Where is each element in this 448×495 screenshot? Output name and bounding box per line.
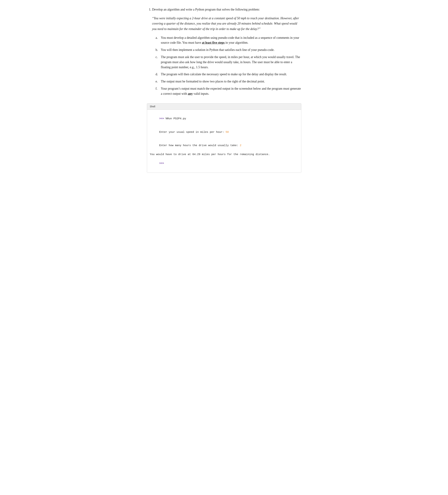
sub-label-b: b. [156, 47, 161, 53]
shell-tab-label: Shell [150, 105, 155, 108]
shell-output: >>> %Run PS2P4.py Enter your usual speed… [147, 110, 301, 173]
shell-output-line-1: Enter your usual speed in miles per hour… [150, 125, 298, 139]
shell-output-line-2: Enter how many hours the drive would usu… [150, 139, 298, 152]
intro-text: Develop an algorithm and write a Python … [152, 8, 260, 11]
sub-f-underline: any [188, 92, 193, 96]
sub-label-a: a. [156, 35, 161, 40]
sub-item-f: f. Your program’s output must match the … [156, 86, 301, 96]
sub-a-underline: at least five steps [202, 41, 224, 44]
sub-f-text-after: valid inputs. [193, 92, 209, 96]
sub-label-c: c. [156, 55, 161, 60]
sub-label-f: f. [156, 86, 161, 91]
sub-content-e: The output must be formatted to show two… [161, 79, 301, 84]
shell-prompt-2: >>> [159, 162, 164, 165]
sub-content-b: You will then implement a solution in Py… [161, 47, 301, 53]
shell-output-text-2: Enter how many hours the drive would usu… [159, 144, 240, 147]
shell-input-value-2: 2 [240, 144, 241, 147]
shell-output-line-3: You would have to drive at 64.29 miles p… [150, 152, 298, 157]
shell-input-value-1: 50 [226, 131, 229, 134]
sub-item-a: a. You must develop a detailed algorithm… [156, 35, 301, 45]
sub-label-d: d. [156, 72, 161, 77]
main-ordered-list: Develop an algorithm and write a Python … [147, 7, 301, 96]
italic-quote: “You were initially expecting a 2-hour d… [152, 16, 301, 32]
sub-item-c: c. The program must ask the user to prov… [156, 55, 301, 70]
shell-command-text: %Run PS2P4.py [164, 117, 186, 120]
sub-item-e: e. The output must be formatted to show … [156, 79, 301, 84]
sub-item-d: d. The program will then calculate the n… [156, 72, 301, 77]
sub-list: a. You must develop a detailed algorithm… [152, 35, 301, 96]
shell-tab-bar: Shell [147, 103, 301, 110]
shell-final-prompt: >>> [150, 157, 298, 170]
sub-f-text-before: Your program’s output must match the exp… [161, 87, 301, 96]
sub-a-text-after: in your algorithm. [225, 41, 248, 44]
main-list-item-1: Develop an algorithm and write a Python … [152, 7, 301, 96]
shell-command-line: >>> %Run PS2P4.py [150, 112, 298, 126]
sub-content-d: The program will then calculate the nece… [161, 72, 301, 77]
sub-content-f: Your program’s output must match the exp… [161, 86, 301, 96]
sub-content-a: You must develop a detailed algorithm us… [161, 35, 301, 45]
sub-content-c: The program must ask the user to provide… [161, 55, 301, 70]
shell-output-text-1: Enter your usual speed in miles per hour… [159, 131, 226, 134]
sub-item-b: b. You will then implement a solution in… [156, 47, 301, 53]
shell-prompt-1: >>> [159, 117, 164, 120]
sub-label-e: e. [156, 79, 161, 84]
shell-panel: Shell >>> %Run PS2P4.py Enter your usual… [147, 103, 301, 173]
